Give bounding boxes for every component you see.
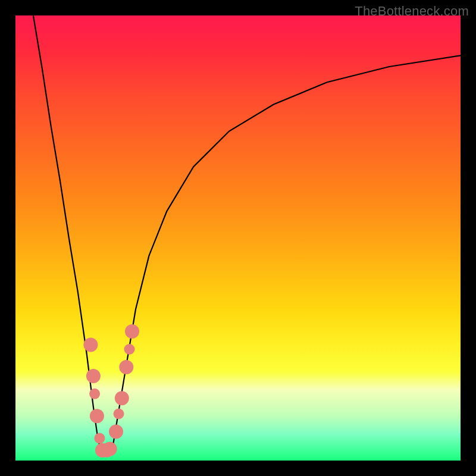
curve-marker [83,338,98,352]
curve-marker [86,369,101,383]
curve-marker [103,442,117,456]
curve-marker [125,324,139,339]
curve-markers [83,324,139,458]
curve-marker [119,360,133,374]
watermark-text: TheBottleneck.com [355,4,469,19]
chart-frame: TheBottleneck.com [0,0,476,476]
curve-marker [115,391,129,405]
curve-marker [114,409,124,419]
curve-marker [89,389,100,399]
curve-marker [124,344,135,355]
curve-marker [90,409,104,423]
curve-marker [94,433,105,444]
curve-marker [109,424,123,439]
chart-svg [15,15,461,461]
chart-plot-area [15,15,461,461]
